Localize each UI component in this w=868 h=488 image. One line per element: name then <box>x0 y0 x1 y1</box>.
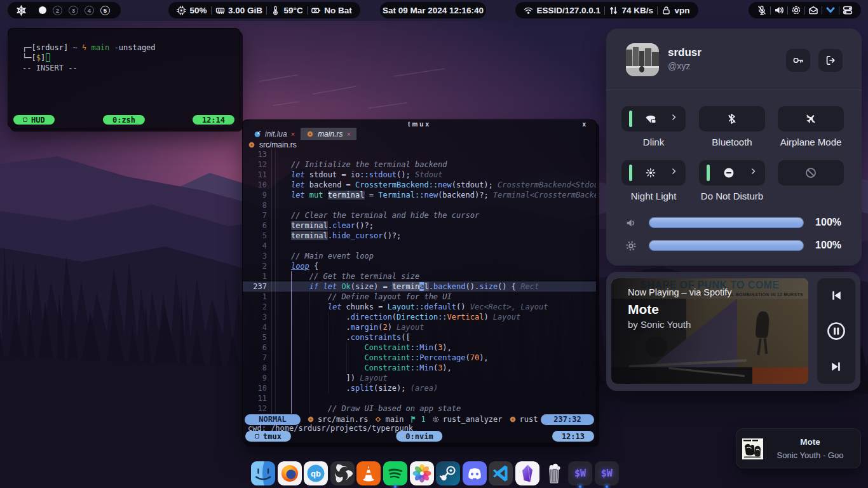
segment-text: main <box>385 415 403 424</box>
code-line: 2 let chunks = Layout::default() Vec<Rec… <box>243 302 596 312</box>
mail-icon[interactable] <box>808 5 818 15</box>
window-titlebar[interactable]: tmux x <box>243 120 596 128</box>
code-line: 3 // Main event loop <box>243 251 596 261</box>
workspace-1[interactable] <box>39 6 46 14</box>
brightness-slider-row: 100% <box>606 240 862 252</box>
divider <box>804 6 805 15</box>
clock-pill[interactable]: Sat 09 Mar 2024 12:16:40 <box>380 2 486 18</box>
terminal-line: └─[$] <box>22 53 156 63</box>
brightness-icon <box>625 240 637 252</box>
code-line: 6 Constraint::Min(3), <box>243 342 596 353</box>
brightness-slider[interactable] <box>649 240 804 251</box>
microphone-muted-icon[interactable] <box>757 5 767 15</box>
code-line: 13 <box>243 149 596 159</box>
code-text: // Draw UI based on app state <box>267 403 461 414</box>
chevron-right-icon[interactable] <box>670 168 677 175</box>
line-number: 9 <box>243 373 267 383</box>
tmux-window-badge[interactable]: 0:nvim <box>396 431 442 442</box>
line-number: 3 <box>243 251 267 261</box>
workspace-5[interactable]: 5 <box>100 6 110 15</box>
code-text: if let Ok(size) = terminal.backend().siz… <box>267 281 539 292</box>
lock-stat: vpn <box>661 6 690 15</box>
workspace-3[interactable]: 3 <box>69 6 78 15</box>
speaker-icon[interactable] <box>774 5 784 15</box>
dock-item-sw-app-1[interactable]: $W <box>568 461 592 485</box>
editor-window[interactable]: tmux x init.lua×main.rs× src/main.rs 131… <box>242 119 597 444</box>
code-line: 12 // Initialize the terminal backend <box>243 159 596 170</box>
dock-item-discord[interactable] <box>463 461 487 485</box>
lua-icon <box>254 130 261 138</box>
tile-blocked[interactable] <box>778 160 844 186</box>
tile-airplane-mode[interactable] <box>778 106 844 132</box>
lock-keys-button[interactable] <box>786 49 810 72</box>
toggles-icon[interactable] <box>843 5 853 15</box>
battery-missing-icon <box>311 6 321 15</box>
dock-item-trash[interactable] <box>542 461 566 485</box>
workspace-4[interactable]: 4 <box>85 6 94 15</box>
dock-item-finder[interactable] <box>251 461 275 485</box>
statusline-src-main-rs: src/main.rs <box>307 415 368 424</box>
night-light-icon <box>645 167 656 179</box>
finder-icon <box>251 461 275 485</box>
thermometer-icon <box>271 6 280 15</box>
settings-gear-icon[interactable] <box>791 5 801 15</box>
chevron-down-icon[interactable] <box>825 5 836 15</box>
close-tab-button[interactable]: × <box>291 130 295 138</box>
close-tab-button[interactable]: × <box>346 130 350 138</box>
tmux-session-badge[interactable]: tmux <box>245 431 291 442</box>
dock-item-qbittorrent[interactable]: qb <box>304 461 328 485</box>
pause-button[interactable] <box>827 322 846 341</box>
avatar[interactable] <box>626 43 659 76</box>
close-window-button[interactable]: x <box>582 121 586 128</box>
tmux-session-badge[interactable]: HUD <box>13 115 55 125</box>
next-button[interactable] <box>830 360 843 373</box>
terminal-window[interactable]: ┌─[srdusr] ~ ϟ main -unstaged└─[$]-- INS… <box>8 28 240 128</box>
code-line: 7 Constraint::Percentage(70), <box>243 353 596 363</box>
code-text: // Clear the terminal and hide the curso… <box>267 210 479 220</box>
dock-item-spotify[interactable] <box>383 461 407 485</box>
code-area[interactable]: 1312 // Initialize the terminal backend1… <box>243 149 596 414</box>
dock-item-steam[interactable] <box>436 461 460 485</box>
running-indicator <box>394 485 397 488</box>
divider <box>787 6 788 15</box>
chevron-right-icon[interactable] <box>670 114 677 121</box>
chevron-right-icon[interactable] <box>750 168 757 175</box>
dock-item-obs-studio[interactable] <box>330 461 355 485</box>
slider-value: 100% <box>815 240 841 251</box>
tile-night-light[interactable] <box>621 160 686 186</box>
code-line: 11 <box>243 393 596 403</box>
buffer-tabs: init.lua×main.rs× <box>243 128 596 140</box>
workspace-2[interactable]: 2 <box>53 6 62 15</box>
line-number: 10 <box>243 180 267 190</box>
buffer-tab-main.rs[interactable]: main.rs× <box>301 128 356 140</box>
code-text: .constraints([ <box>267 332 410 342</box>
logout-button[interactable] <box>818 49 843 72</box>
snowflake-icon[interactable] <box>16 5 27 16</box>
dock-item-photos[interactable] <box>410 461 434 485</box>
volume-slider[interactable] <box>649 217 804 228</box>
tile-do-not-disturb[interactable] <box>699 160 765 186</box>
dock-item-obsidian[interactable] <box>515 461 539 485</box>
segment-text: src/main.rs <box>318 415 368 424</box>
dock-item-vscode[interactable] <box>489 461 513 485</box>
notification-toast[interactable]: Mote Sonic Youth - Goo <box>736 428 861 468</box>
dock: qb <box>251 460 619 485</box>
code-text: Constraint::Min(3), <box>267 342 452 353</box>
tile-dlink[interactable] <box>621 106 686 132</box>
line-number: 12 <box>243 159 267 170</box>
sw-app-1-icon: $W <box>568 461 592 485</box>
dock-item-sw-app-2[interactable]: $W <box>595 461 619 485</box>
buffer-tab-init.lua[interactable]: init.lua× <box>248 128 301 140</box>
firefox-icon <box>278 461 302 485</box>
dock-item-firefox[interactable] <box>278 461 302 485</box>
statusline-main: main <box>374 415 403 424</box>
tmux-window-badge[interactable]: 0:zsh <box>103 115 145 125</box>
code-text: .split(size); (area) <box>267 383 438 393</box>
previous-button[interactable] <box>830 289 843 302</box>
code-text: // Get the terminal size <box>267 271 419 281</box>
code-line: 10 let backend = CrosstermBackend::new(s… <box>243 180 596 190</box>
dock-item-vlc[interactable] <box>356 461 381 485</box>
line-number: 11 <box>243 170 267 180</box>
tile-bluetooth[interactable] <box>699 106 765 132</box>
terminal-line: -- INSERT -- <box>22 63 156 73</box>
